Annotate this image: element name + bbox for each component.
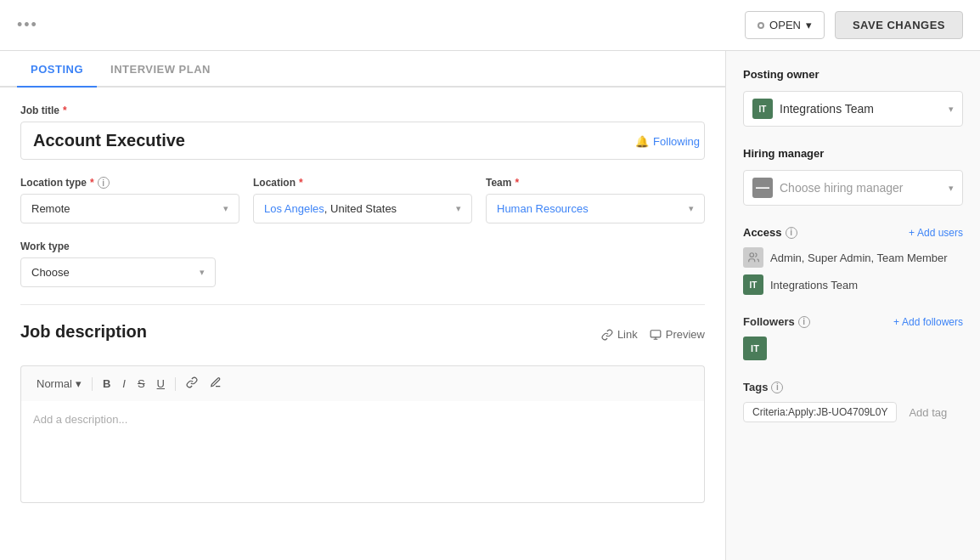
toolbar-separator-1 bbox=[92, 377, 93, 391]
access-integrations-label: Integrations Team bbox=[770, 279, 858, 291]
followers-info-icon[interactable]: i bbox=[798, 316, 810, 328]
open-label: OPEN bbox=[769, 19, 801, 31]
integrations-team-avatar: IT bbox=[752, 99, 773, 119]
highlight-button[interactable] bbox=[205, 373, 227, 394]
access-info-icon[interactable]: i bbox=[786, 227, 797, 239]
description-editor[interactable]: Add a description... bbox=[20, 401, 705, 503]
access-title-group: Access i bbox=[743, 226, 797, 239]
main-layout: POSTING INTERVIEW PLAN 🔔 Following Job t… bbox=[0, 51, 980, 560]
status-dot-icon bbox=[758, 22, 764, 29]
add-users-button[interactable]: + Add users bbox=[909, 227, 963, 239]
add-followers-button[interactable]: + Add followers bbox=[893, 316, 963, 328]
preview-button[interactable]: Preview bbox=[650, 328, 705, 341]
team-group: Team * Human Resources ▾ bbox=[486, 177, 705, 223]
bold-button[interactable]: B bbox=[98, 374, 115, 393]
content-area: 🔔 Following Job title * Location type * … bbox=[0, 88, 725, 520]
following-label: Following bbox=[653, 135, 700, 148]
editor-toolbar: Normal ▾ B I S U bbox=[20, 365, 705, 401]
add-followers-plus-icon: + bbox=[893, 316, 899, 328]
followers-header: Followers i + Add followers bbox=[743, 315, 963, 328]
svg-rect-0 bbox=[651, 330, 661, 337]
location-chevron-icon: ▾ bbox=[456, 203, 461, 214]
access-title: Access bbox=[743, 226, 782, 239]
team-label: Team * bbox=[486, 177, 705, 189]
open-chevron-icon: ▾ bbox=[806, 19, 812, 31]
hiring-manager-select[interactable]: — Choose hiring manager ▾ bbox=[743, 170, 963, 206]
top-bar: ••• OPEN ▾ SAVE CHANGES bbox=[0, 0, 980, 51]
owner-left: IT Integrations Team bbox=[752, 99, 874, 119]
divider bbox=[20, 304, 705, 305]
add-users-plus-icon: + bbox=[909, 227, 915, 239]
tags-section: Tags i Criteria:Apply:JB-UO4709L0Y Add t… bbox=[743, 381, 963, 422]
follower-avatar: IT bbox=[743, 337, 767, 360]
open-button[interactable]: OPEN ▾ bbox=[745, 11, 825, 39]
link-icon bbox=[601, 329, 613, 341]
work-type-label: Work type bbox=[20, 240, 216, 252]
toolbar-separator-2 bbox=[175, 377, 176, 391]
save-changes-button[interactable]: SAVE CHANGES bbox=[835, 11, 963, 39]
hiring-manager-title: Hiring manager bbox=[743, 147, 963, 160]
tags-header: Tags i bbox=[743, 381, 963, 393]
strikethrough-button[interactable]: S bbox=[132, 374, 150, 393]
team-value: Human Resources bbox=[497, 202, 589, 215]
location-value: Los Angeles, United States bbox=[264, 202, 397, 215]
location-type-value: Remote bbox=[31, 202, 70, 215]
location-select[interactable]: Los Angeles, United States ▾ bbox=[253, 194, 472, 223]
location-group: Location * Los Angeles, United States ▾ bbox=[253, 177, 472, 223]
work-type-chevron-icon: ▾ bbox=[200, 267, 205, 278]
posting-owner-title: Posting owner bbox=[743, 68, 963, 81]
hiring-manager-section: Hiring manager — Choose hiring manager ▾ bbox=[743, 147, 963, 206]
bell-icon: 🔔 bbox=[635, 135, 649, 148]
hiring-manager-placeholder: Choose hiring manager bbox=[780, 181, 904, 195]
team-select[interactable]: Human Resources ▾ bbox=[486, 194, 705, 223]
underline-button[interactable]: U bbox=[152, 374, 170, 393]
followers-title: Followers bbox=[743, 315, 795, 328]
tab-interview-plan[interactable]: INTERVIEW PLAN bbox=[97, 51, 224, 88]
location-type-info-icon[interactable]: i bbox=[98, 177, 110, 189]
team-chevron-icon: ▾ bbox=[689, 203, 694, 214]
normal-chevron-icon: ▾ bbox=[76, 377, 82, 390]
svg-point-1 bbox=[750, 253, 754, 257]
description-toolbar: Link Preview bbox=[601, 328, 705, 341]
job-description-title: Job description bbox=[20, 322, 147, 342]
tags-row: Criteria:Apply:JB-UO4709L0Y Add tag bbox=[743, 402, 963, 422]
access-item-integrations: IT Integrations Team bbox=[743, 274, 963, 295]
following-button[interactable]: 🔔 Following bbox=[635, 135, 700, 148]
tabs-bar: POSTING INTERVIEW PLAN bbox=[0, 51, 725, 88]
work-type-select[interactable]: Choose ▾ bbox=[20, 257, 216, 287]
monitor-icon bbox=[650, 329, 662, 341]
access-admins-label: Admin, Super Admin, Team Member bbox=[770, 252, 948, 264]
followers-title-group: Followers i bbox=[743, 315, 810, 328]
link-button[interactable]: Link bbox=[601, 328, 638, 341]
owner-name: Integrations Team bbox=[780, 102, 874, 116]
tags-info-icon[interactable]: i bbox=[771, 382, 783, 393]
italic-button[interactable]: I bbox=[117, 374, 131, 393]
posting-owner-select[interactable]: IT Integrations Team ▾ bbox=[743, 91, 963, 127]
fields-row: Location type * i Remote ▾ Location * bbox=[20, 177, 705, 223]
hiring-manager-chevron-icon: ▾ bbox=[949, 183, 954, 194]
add-tag-button[interactable]: Add tag bbox=[909, 406, 947, 419]
tags-title: Tags bbox=[743, 381, 768, 393]
link-format-button[interactable] bbox=[181, 373, 203, 394]
tab-posting[interactable]: POSTING bbox=[17, 51, 97, 88]
format-normal-select[interactable]: Normal ▾ bbox=[31, 375, 87, 393]
integrations-access-avatar: IT bbox=[743, 274, 763, 295]
posting-owner-section: Posting owner IT Integrations Team ▾ bbox=[743, 68, 963, 127]
work-type-group: Work type Choose ▾ bbox=[20, 240, 216, 287]
location-label: Location * bbox=[253, 177, 472, 189]
owner-chevron-icon: ▾ bbox=[949, 104, 954, 115]
location-type-group: Location type * i Remote ▾ bbox=[20, 177, 239, 223]
location-type-chevron-icon: ▾ bbox=[223, 203, 228, 214]
more-options-icon[interactable]: ••• bbox=[17, 16, 38, 34]
job-title-label: Job title * bbox=[20, 105, 705, 116]
access-item-admins: Admin, Super Admin, Team Member bbox=[743, 247, 963, 268]
location-type-select[interactable]: Remote ▾ bbox=[20, 194, 239, 223]
hiring-left: — Choose hiring manager bbox=[752, 178, 904, 198]
location-type-label: Location type * i bbox=[20, 177, 239, 189]
right-panel: Posting owner IT Integrations Team ▾ Hir… bbox=[725, 51, 980, 560]
required-asterisk: * bbox=[63, 105, 67, 116]
followers-section: Followers i + Add followers IT bbox=[743, 315, 963, 360]
users-icon bbox=[743, 247, 763, 268]
job-title-input[interactable] bbox=[20, 122, 705, 160]
work-type-value: Choose bbox=[31, 266, 70, 279]
